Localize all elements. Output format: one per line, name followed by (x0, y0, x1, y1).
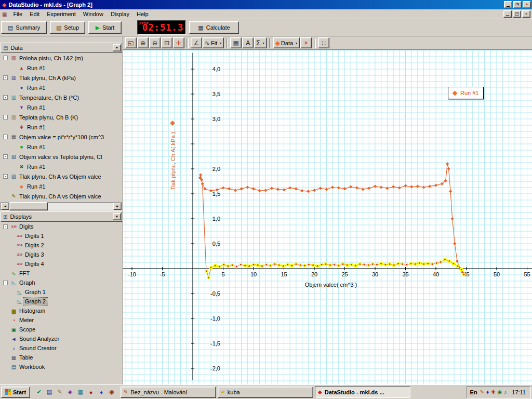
display-item[interactable]: -◺Graph (0, 278, 123, 287)
scroll-right-button[interactable]: ► (113, 203, 122, 210)
run-item[interactable]: ●Run #1 (0, 83, 123, 92)
data-item[interactable]: -▦Objem valce = pi*r*r*y*100 (cm^3 (0, 132, 123, 142)
collapse-box[interactable]: - (3, 224, 8, 229)
scale-to-fit-button[interactable]: ◱ (125, 37, 137, 48)
menu-edit[interactable]: Edit (26, 10, 43, 18)
task-button-2[interactable]: ▰kuba (218, 387, 313, 398)
close-button[interactable]: × (523, 1, 531, 8)
menu-help[interactable]: Help (133, 10, 152, 18)
x-axis-title[interactable]: Objem valce( cm^3 ) (305, 282, 357, 288)
display-subitem[interactable]: 3.14Digits 2 (0, 241, 123, 250)
data-item[interactable]: -▥Temperature, Ch B (°C) (0, 92, 123, 102)
graph-settings-button[interactable]: ∷ (318, 37, 329, 48)
data-item[interactable]: -▥Tlak plynu, Ch A (kPa) (0, 73, 123, 83)
display-item[interactable]: ♪Sound Creator (0, 343, 123, 353)
summary-button[interactable]: ▤ Summary (1, 21, 47, 34)
language-indicator[interactable]: En (470, 389, 477, 395)
child-restore-button[interactable]: ◳ (513, 10, 521, 18)
display-item[interactable]: ▦Table (0, 353, 123, 362)
display-subitem[interactable]: 3.14Digits 3 (0, 250, 123, 259)
scroll-thumb[interactable] (9, 202, 48, 210)
tray-icon-5[interactable]: ♪ (504, 389, 507, 395)
data-dropdown[interactable]: ◆Data▼ (273, 37, 300, 48)
data-item[interactable]: -▧Tlak plynu, Ch A vs Objem valce (0, 171, 123, 181)
task-label: DataStudio - mkl.ds ... (325, 389, 384, 395)
collapse-box[interactable]: - (3, 95, 8, 100)
task-button-1[interactable]: ✎Bez_názvu - Malování (121, 387, 216, 398)
display-subitem[interactable]: ◺Graph 2 (0, 297, 123, 306)
menu-window[interactable]: Window (79, 10, 107, 18)
tray-icon-2[interactable]: ♦ (486, 389, 489, 395)
data-item[interactable]: -▧Objem valce vs Teplota plynu, Cl (0, 152, 123, 162)
graph-canvas[interactable]: -10-55101520253035404550554,03,53,02,01,… (123, 50, 532, 384)
quicklaunch-icon-2[interactable]: ▤ (45, 388, 54, 397)
graph-plot[interactable]: -10-55101520253035404550554,03,53,02,01,… (123, 50, 532, 384)
run-item[interactable]: ◆Run #1 (0, 181, 123, 191)
collapse-box[interactable]: - (3, 56, 8, 60)
data-pane-dropdown[interactable]: ▼ (113, 44, 121, 51)
collapse-box[interactable]: - (3, 154, 8, 159)
display-item[interactable]: ∿FFT (0, 269, 123, 278)
child-close-button[interactable]: × (522, 10, 530, 18)
data-item[interactable]: ✎Tlak plynu, Ch A vs Objem valce (0, 191, 123, 201)
display-item[interactable]: -3.14Digits (0, 222, 123, 231)
zoom-out-button[interactable]: ⊖ (149, 37, 161, 48)
displays-pane-dropdown[interactable]: ▼ (113, 213, 121, 220)
delete-button[interactable]: × (300, 37, 312, 48)
collapse-box[interactable]: - (3, 75, 8, 80)
quicklaunch-icon-5[interactable]: ▦ (76, 388, 85, 397)
slope-tool-button[interactable]: ∠ (191, 37, 202, 48)
display-item[interactable]: ▤Workbook (0, 362, 123, 371)
zoom-in-button[interactable]: ⊕ (137, 37, 149, 48)
text-annotation-button[interactable]: A (242, 37, 254, 48)
menu-file[interactable]: File (9, 10, 26, 18)
display-item[interactable]: ◔Meter (0, 315, 123, 325)
run-item[interactable]: ▲Run #1 (0, 63, 123, 73)
display-item[interactable]: ▆Histogram (0, 306, 123, 315)
zoom-select-button[interactable]: ⊡ (161, 37, 172, 48)
fit-dropdown[interactable]: ∿Fit▼ (203, 37, 224, 48)
collapse-box[interactable]: - (3, 281, 8, 285)
tray-icon-1[interactable]: ✎ (480, 389, 484, 395)
legend[interactable]: Run #1 (448, 87, 484, 99)
smart-tool-button[interactable]: ✛ (173, 37, 184, 48)
setup-button[interactable]: ▧ Setup (50, 21, 85, 34)
calculate-button[interactable]: ▦ Calculate (189, 21, 239, 34)
quicklaunch-icon-7[interactable]: ♦ (97, 388, 106, 397)
calculator-button[interactable]: ▦ (230, 37, 242, 48)
display-subitem[interactable]: 3.14Digits 4 (0, 259, 123, 269)
collapse-box[interactable]: - (3, 115, 8, 119)
quicklaunch-icon-3[interactable]: ✎ (55, 388, 64, 397)
start-button[interactable]: Start (1, 387, 30, 398)
y-axis-title[interactable]: Tlak plynu, Ch A( kPa ) (170, 132, 176, 191)
quicklaunch-icon-1[interactable]: ✔ (34, 388, 44, 397)
collapse-box[interactable]: - (3, 174, 8, 179)
run-item[interactable]: ✚Run #1 (0, 122, 123, 132)
display-subitem[interactable]: 3.14Digits 1 (0, 231, 123, 241)
data-item[interactable]: -▥Poloha pistu, Ch 1&2 (m) (0, 53, 123, 63)
task-button-3[interactable]: ◆DataStudio - mkl.ds ... (315, 387, 410, 398)
display-item[interactable]: ▣Scope (0, 325, 123, 334)
start-button-toolbar[interactable]: ▶ Start (88, 21, 122, 34)
run-item[interactable]: ■Run #1 (0, 142, 123, 152)
tray-icon-4[interactable]: ◉ (498, 389, 502, 395)
collapse-box[interactable]: - (3, 135, 8, 139)
main-toolbar: ▤ Summary ▧ Setup ▶ Start STOP 02:51.3 ▦… (0, 19, 532, 36)
restore-button[interactable]: ◳ (513, 1, 522, 8)
scroll-left-button[interactable]: ◄ (1, 203, 9, 210)
data-tree-scrollbar[interactable]: ◄ ► (1, 202, 122, 210)
display-item[interactable]: ◄Sound Analyzer (0, 334, 123, 343)
menu-experiment[interactable]: Experiment (43, 10, 79, 18)
minimize-button[interactable]: ▁ (504, 1, 512, 8)
run-item[interactable]: ✖Run #1 (0, 162, 123, 171)
quicklaunch-icon-6[interactable]: ● (86, 388, 96, 397)
display-subitem[interactable]: ◺Graph 1 (0, 287, 123, 297)
quicklaunch-icon-4[interactable]: ◈ (65, 388, 75, 397)
tray-icon-3[interactable]: ✚ (491, 389, 495, 395)
child-minimize-button[interactable]: ▁ (503, 10, 512, 18)
data-item[interactable]: -▥Teplota plynu, Ch B (K) (0, 112, 123, 122)
menu-display[interactable]: Display (107, 10, 133, 18)
quicklaunch-icon-8[interactable]: ◉ (107, 388, 116, 397)
run-item[interactable]: ▼Run #1 (0, 102, 123, 112)
statistics-dropdown[interactable]: Σ▼ (254, 37, 267, 48)
